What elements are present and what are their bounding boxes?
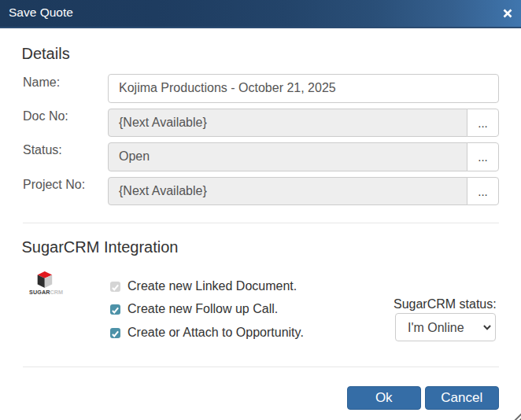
svg-text:SUGARCRM: SUGARCRM [29,289,63,296]
